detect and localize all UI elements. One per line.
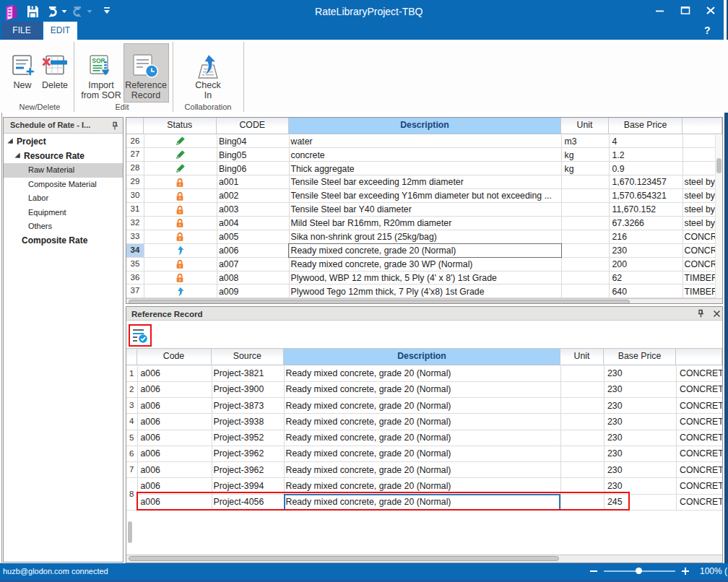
svg-text:SOR: SOR [92, 57, 105, 64]
